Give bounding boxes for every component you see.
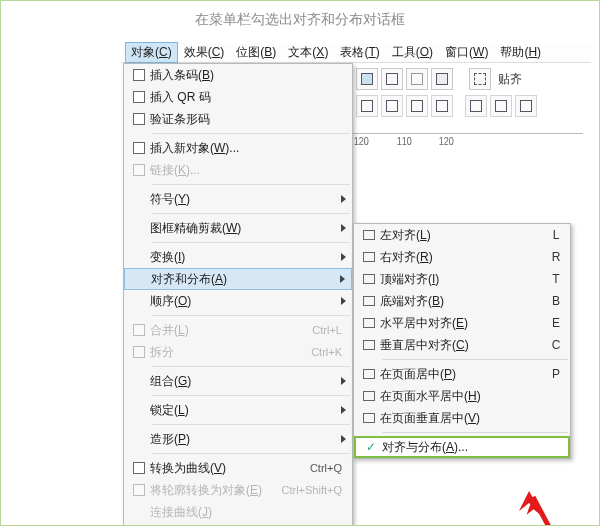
submenu-hotkey: R [548,250,564,264]
align-right-icon [358,252,380,262]
menu-item-label: 插入 QR 码 [150,89,346,106]
submenu-item[interactable]: 右对齐(R)R [354,246,570,268]
menubar-item-工具[interactable]: 工具(O) [386,42,439,63]
menu-item-label: 变换(I) [150,249,337,266]
menu-item-label: 插入新对象(W)... [150,140,346,157]
tool-button[interactable] [406,95,428,117]
tool-button[interactable] [356,68,378,90]
submenu-arrow-icon [341,406,346,414]
menu-separator [152,184,350,185]
menu-item-label: 插入条码(B) [150,67,346,84]
submenu-item[interactable]: 顶端对齐(I)T [354,268,570,290]
submenu-item-label: 垂直居中对齐(C) [380,337,548,354]
menu-item[interactable]: 对齐和分布(A) [124,268,352,290]
submenu-arrow-icon [340,275,345,283]
menu-item[interactable]: 组合(G) [124,370,352,392]
submenu-item[interactable]: 垂直居中对齐(C)C [354,334,570,356]
menu-item-label: 链接(K)... [150,162,346,179]
submenu-arrow-icon [341,253,346,261]
submenu-item[interactable]: 水平居中对齐(E)E [354,312,570,334]
menu-item[interactable]: 插入新对象(W)... [124,137,352,159]
menu-shortcut: Ctrl+L [312,324,346,336]
submenu-item-label: 右对齐(R) [380,249,548,266]
menu-separator [152,315,350,316]
menubar-item-对象[interactable]: 对象(C) [125,42,178,63]
submenu-item[interactable]: 在页面水平居中(H) [354,385,570,407]
menu-item-label: 图框精确剪裁(W) [150,220,337,237]
menu-item-label: 顺序(O) [150,293,337,310]
menu-item: 拆分Ctrl+K [124,341,352,363]
ruler-tick: 120 [439,136,454,147]
submenu-item[interactable]: ✓对齐与分布(A)... [354,436,570,458]
submenu-item-label: 底端对齐(B) [380,293,548,310]
menu-item[interactable]: 变换(I) [124,246,352,268]
submenu-hotkey: L [548,228,564,242]
tool-button[interactable] [431,95,453,117]
submenu-arrow-icon [341,435,346,443]
submenu-item-label: 水平居中对齐(E) [380,315,548,332]
align-bottom-icon [358,296,380,306]
submenu-item-label: 在页面垂直居中(V) [380,410,548,427]
submenu-item[interactable]: 在页面居中(P)P [354,363,570,385]
menu-separator [152,242,350,243]
ruler: 120110120 [353,133,583,147]
menu-item-label: 拆分 [150,344,311,361]
submenu-item[interactable]: 底端对齐(B)B [354,290,570,312]
align-vcenter-icon [358,340,380,350]
tool-button[interactable] [465,95,487,117]
application-window: 对象(C)效果(C)位图(B)文本(X)表格(T)工具(O)窗口(W)帮助(H)… [121,43,591,63]
ruler-tick: 120 [354,136,369,147]
menu-item-label: 验证条形码 [150,111,346,128]
menu-item[interactable]: 造形(P) [124,428,352,450]
submenu-hotkey: B [548,294,564,308]
check-icon: ✓ [360,440,382,454]
menu-item-label: 连接曲线(J) [150,504,346,521]
menu-item[interactable]: 锁定(L) [124,399,352,421]
menubar-item-文本[interactable]: 文本(X) [282,42,334,63]
tool-button[interactable] [356,95,378,117]
snap-button[interactable] [469,68,491,90]
tool-button[interactable] [406,68,428,90]
verify-barcode-icon [128,113,150,125]
submenu-item-label: 对齐与分布(A)... [382,439,546,456]
menu-item[interactable]: 图框精确剪裁(W) [124,217,352,239]
tool-button[interactable] [381,95,403,117]
tool-button[interactable] [515,95,537,117]
qr-icon [128,91,150,103]
menu-item[interactable]: 插入条码(B) [124,64,352,86]
menu-shortcut: Ctrl+Q [310,462,346,474]
barcode-icon [128,69,150,81]
tool-button[interactable] [381,68,403,90]
menu-separator [152,395,350,396]
menu-item[interactable]: 验证条形码 [124,108,352,130]
submenu-item-label: 顶端对齐(I) [380,271,548,288]
submenu-arrow-icon [341,297,346,305]
menubar-item-窗口[interactable]: 窗口(W) [439,42,494,63]
submenu-item-label: 左对齐(L) [380,227,548,244]
menubar-item-表格[interactable]: 表格(T) [334,42,385,63]
link-icon [128,164,150,176]
menubar-item-效果[interactable]: 效果(C) [178,42,231,63]
menu-separator [382,432,568,433]
object-menu-dropdown: 插入条码(B)插入 QR 码验证条形码插入新对象(W)...链接(K)...符号… [123,63,353,526]
submenu-item[interactable]: 在页面垂直居中(V) [354,407,570,429]
align-hcenter-icon [358,318,380,328]
menu-separator [152,424,350,425]
menu-item[interactable]: 插入 QR 码 [124,86,352,108]
menubar-item-帮助[interactable]: 帮助(H) [494,42,547,63]
menu-item[interactable]: 转换为曲线(V)Ctrl+Q [124,457,352,479]
menubar: 对象(C)效果(C)位图(B)文本(X)表格(T)工具(O)窗口(W)帮助(H) [121,43,591,63]
tool-button[interactable] [431,68,453,90]
submenu-item[interactable]: 左对齐(L)L [354,224,570,246]
menubar-item-位图[interactable]: 位图(B) [230,42,282,63]
center-page-icon [358,369,380,379]
ruler-tick: 110 [397,136,412,147]
toolbar-row-2 [356,95,537,117]
menu-item[interactable]: 顺序(O) [124,290,352,312]
menu-separator [382,359,568,360]
tool-button[interactable] [490,95,512,117]
submenu-hotkey: P [548,367,564,381]
menu-separator [152,453,350,454]
menu-separator [152,133,350,134]
menu-item[interactable]: 符号(Y) [124,188,352,210]
